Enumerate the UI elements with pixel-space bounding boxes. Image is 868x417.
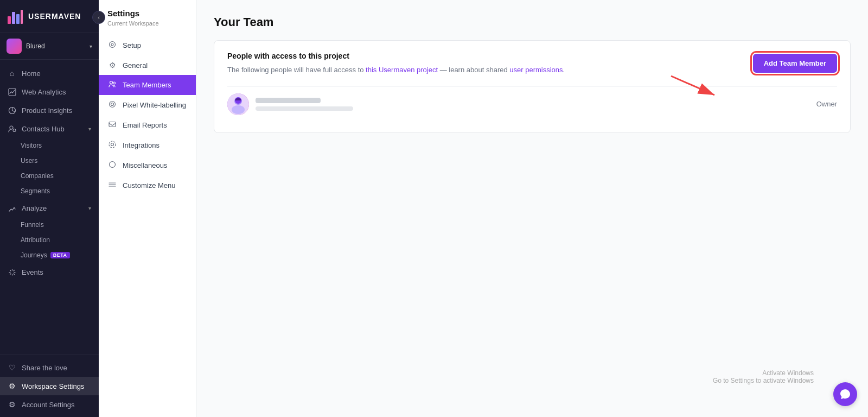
sidebar-item-events-label: Events [22, 268, 91, 276]
member-avatar [227, 93, 249, 115]
customize-menu-icon [107, 181, 117, 190]
svg-point-15 [111, 143, 114, 146]
sidebar-item-segments-label: Segments [21, 187, 50, 195]
svg-point-17 [110, 162, 116, 168]
pixel-whitelabelling-icon [107, 100, 117, 110]
sidebar-item-companies[interactable]: Companies [0, 168, 99, 184]
svg-rect-0 [8, 16, 11, 24]
settings-menu-integrations[interactable]: Integrations [99, 135, 196, 155]
sidebar-item-segments[interactable]: Segments [0, 184, 99, 199]
svg-rect-14 [109, 122, 116, 127]
sidebar-item-workspace-settings-label: Workspace Settings [22, 382, 91, 390]
logo: USERMAVEN [0, 0, 99, 33]
integrations-icon [107, 141, 117, 150]
sidebar-item-web-analytics[interactable]: Web Analytics [0, 83, 99, 101]
svg-point-13 [111, 103, 114, 106]
settings-subtitle: Current Workspace [99, 20, 196, 35]
sidebar-item-companies-label: Companies [21, 172, 54, 180]
sidebar-item-analyze-label: Analyze [22, 204, 83, 212]
sidebar-item-home[interactable]: ⌂ Home [0, 64, 99, 83]
sidebar-item-events[interactable]: Events [0, 263, 99, 281]
settings-menu-miscellaneous[interactable]: Miscellaneous [99, 155, 196, 175]
add-team-member-button[interactable]: Add Team Member [753, 54, 837, 73]
member-role: Owner [816, 100, 837, 108]
team-member-row: Owner [227, 86, 837, 122]
member-email [256, 106, 353, 111]
activate-windows-line2: Go to Settings to activate Windows [713, 377, 814, 384]
svg-point-23 [232, 105, 245, 114]
sidebar-item-visitors[interactable]: Visitors [0, 138, 99, 153]
settings-menu-setup[interactable]: Setup [99, 35, 196, 55]
sidebar-bottom: ♡ Share the love ⚙ Workspace Settings ⚙ … [0, 355, 99, 417]
analyze-icon [8, 204, 16, 212]
main-content: Your Team People with access to this pro… [196, 0, 868, 417]
project-link[interactable]: this Usermaven project [366, 66, 438, 74]
chat-button[interactable] [833, 382, 857, 406]
sidebar-item-home-label: Home [22, 70, 91, 78]
sidebar-item-product-insights-label: Product Insights [22, 106, 91, 115]
workspace-selector[interactable]: Blured ▾ [0, 33, 99, 60]
web-analytics-icon [8, 87, 16, 96]
settings-menu-general[interactable]: ⚙ General [99, 55, 196, 75]
sidebar-item-journeys[interactable]: Journeys BETA [0, 248, 99, 263]
settings-title: Settings [99, 9, 196, 20]
setup-icon [107, 41, 117, 50]
sidebar-item-journeys-label: Journeys [21, 251, 47, 259]
sidebar-item-share-love[interactable]: ♡ Share the love [0, 358, 99, 377]
contacts-hub-icon [8, 124, 16, 133]
home-icon: ⌂ [8, 69, 16, 78]
settings-menu-integrations-label: Integrations [123, 141, 159, 149]
svg-point-16 [109, 141, 116, 148]
workspace-chevron-icon: ▾ [90, 43, 92, 49]
contacts-hub-chevron-icon: ▾ [88, 126, 91, 132]
svg-rect-3 [21, 10, 23, 24]
sidebar-item-attribution[interactable]: Attribution [0, 232, 99, 248]
workspace-name: Blured [26, 42, 85, 50]
sidebar-nav: ⌂ Home Web Analytics Product Insights C [0, 60, 99, 355]
settings-menu-team-members[interactable]: Team Members [99, 75, 196, 95]
workspace-settings-icon: ⚙ [8, 382, 16, 390]
page-title: Your Team [214, 15, 851, 29]
sidebar-item-account-settings[interactable]: ⚙ Account Settings [0, 395, 99, 414]
journeys-beta-badge: BETA [50, 252, 70, 258]
svg-point-12 [110, 102, 116, 108]
product-insights-icon [8, 106, 16, 115]
svg-point-10 [110, 81, 113, 84]
activate-windows-line1: Activate Windows [713, 369, 814, 377]
settings-menu-pixel-whitelabelling-label: Pixel White-labelling [123, 101, 186, 109]
sidebar-item-product-insights[interactable]: Product Insights [0, 101, 99, 119]
settings-menu-email-reports[interactable]: Email Reports [99, 115, 196, 135]
settings-menu-general-label: General [123, 61, 148, 70]
sidebar-item-analyze[interactable]: Analyze ▾ [0, 199, 99, 217]
team-card-desc: The following people will have full acce… [227, 65, 837, 75]
sidebar-item-web-analytics-label: Web Analytics [22, 88, 91, 96]
settings-menu-email-reports-label: Email Reports [123, 121, 167, 129]
miscellaneous-icon [107, 161, 117, 170]
sidebar-item-funnels-label: Funnels [21, 221, 44, 229]
sidebar-item-account-settings-label: Account Settings [22, 401, 91, 409]
general-icon: ⚙ [107, 61, 117, 70]
workspace-avatar [7, 39, 22, 54]
activate-windows-watermark: Activate Windows Go to Settings to activ… [713, 369, 814, 384]
settings-menu-customize-menu[interactable]: Customize Menu [99, 175, 196, 195]
settings-menu-customize-menu-label: Customize Menu [123, 181, 176, 189]
analyze-chevron-icon: ▾ [88, 205, 91, 211]
sidebar: USERMAVEN Blured ▾ ⌂ Home Web Analytics [0, 0, 99, 417]
account-settings-icon: ⚙ [8, 400, 16, 409]
settings-menu-pixel-whitelabelling[interactable]: Pixel White-labelling [99, 95, 196, 115]
svg-point-8 [110, 42, 116, 48]
sidebar-item-workspace-settings[interactable]: ⚙ Workspace Settings [0, 377, 99, 395]
permissions-link[interactable]: user permissions [509, 66, 563, 74]
collapse-sidebar-button[interactable]: ‹ [92, 11, 105, 24]
sidebar-item-visitors-label: Visitors [21, 142, 42, 149]
sidebar-item-contacts-hub-label: Contacts Hub [22, 125, 83, 133]
sidebar-item-funnels[interactable]: Funnels [0, 217, 99, 232]
team-card-header: People with access to this project [227, 52, 837, 60]
svg-rect-4 [9, 89, 16, 96]
sidebar-item-users[interactable]: Users [0, 153, 99, 168]
member-info [256, 98, 810, 111]
sidebar-item-contacts-hub[interactable]: Contacts Hub ▾ [0, 119, 99, 138]
settings-menu-miscellaneous-label: Miscellaneous [123, 161, 167, 169]
logo-text: USERMAVEN [28, 12, 81, 21]
team-members-icon [107, 80, 117, 90]
